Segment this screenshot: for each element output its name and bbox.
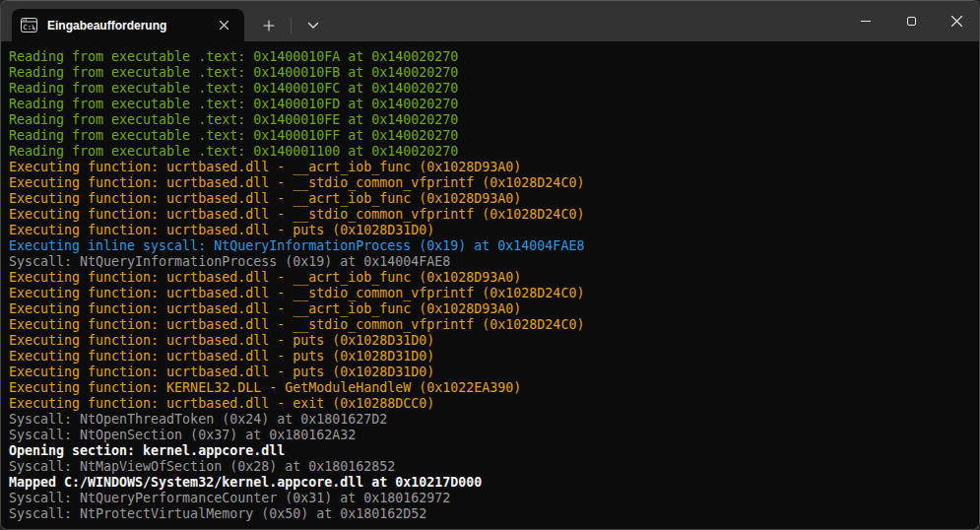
tab-eingabeaufforderung[interactable]: C:\ Eingabeaufforderung <box>12 9 244 41</box>
console-line: Executing function: ucrtbased.dll - __st… <box>9 175 979 191</box>
new-tab-button[interactable] <box>254 9 284 41</box>
tab-dropdown-button[interactable] <box>298 9 328 41</box>
console-output: Reading from executable .text: 0x1400010… <box>9 49 979 522</box>
console-line: Reading from executable .text: 0x1400010… <box>9 112 979 128</box>
tab-close-button[interactable] <box>213 15 234 36</box>
console-line: Executing function: ucrtbased.dll - __ac… <box>9 191 979 207</box>
plus-icon <box>263 20 275 32</box>
console-line: Mapped C:/WINDOWS/System32/kernel.appcor… <box>9 475 979 491</box>
console-line: Opening section: kernel.appcore.dll <box>9 443 979 459</box>
console-line: Syscall: NtQueryPerformanceCounter (0x31… <box>9 491 979 506</box>
console-line: Reading from executable .text: 0x1400010… <box>9 81 979 97</box>
console-line: Executing function: ucrtbased.dll - __ac… <box>9 160 979 175</box>
console-line: Executing function: ucrtbased.dll - exit… <box>9 396 979 412</box>
console-line: Executing function: ucrtbased.dll - __ac… <box>9 270 979 286</box>
console-line: Syscall: NtQueryInformationProcess (0x19… <box>9 254 979 270</box>
title-bar[interactable]: C:\ Eingabeaufforderung <box>1 1 979 41</box>
console-line: Reading from executable .text: 0x1400010… <box>9 97 979 112</box>
close-icon <box>219 20 229 31</box>
console-line: Executing function: ucrtbased.dll - __st… <box>9 317 979 333</box>
console-line: Syscall: NtMapViewOfSection (0x28) at 0x… <box>9 459 979 475</box>
maximize-button[interactable] <box>888 1 934 41</box>
console-line: Syscall: NtProtectVirtualMemory (0x50) a… <box>9 506 979 522</box>
console-line: Syscall: NtOpenSection (0x37) at 0x18016… <box>9 428 979 443</box>
maximize-icon <box>907 17 916 26</box>
console-line: Syscall: NtOpenThreadToken (0x24) at 0x1… <box>9 412 979 428</box>
minimize-icon <box>861 21 871 22</box>
console-line: Executing function: KERNEL32.DLL - GetMo… <box>9 380 979 396</box>
close-icon <box>950 15 963 28</box>
cmd-icon: C:\ <box>21 18 37 33</box>
console-line: Executing function: ucrtbased.dll - puts… <box>9 223 979 238</box>
console-viewport[interactable]: Reading from executable .text: 0x1400010… <box>1 41 979 529</box>
terminal-window: C:\ Eingabeaufforderung <box>0 0 980 530</box>
console-line: Reading from executable .text: 0x1400010… <box>9 65 979 81</box>
console-line: Reading from executable .text: 0x1400011… <box>9 144 979 160</box>
tab-title: Eingabeaufforderung <box>47 19 213 33</box>
minimize-button[interactable] <box>843 1 888 41</box>
chevron-down-icon <box>307 22 319 30</box>
console-line: Executing function: ucrtbased.dll - puts… <box>9 364 979 380</box>
console-line: Reading from executable .text: 0x1400010… <box>9 49 979 65</box>
tab-bar-divider <box>291 17 292 33</box>
console-line: Executing inline syscall: NtQueryInforma… <box>9 238 979 254</box>
svg-text:C:\: C:\ <box>24 24 36 32</box>
close-button[interactable] <box>934 1 979 41</box>
console-line: Reading from executable .text: 0x1400010… <box>9 128 979 144</box>
console-line: Executing function: ucrtbased.dll - __ac… <box>9 301 979 317</box>
console-line: Executing function: ucrtbased.dll - __st… <box>9 286 979 301</box>
console-line: Executing function: ucrtbased.dll - puts… <box>9 349 979 364</box>
console-line: Executing function: ucrtbased.dll - __st… <box>9 207 979 223</box>
console-line: Executing function: ucrtbased.dll - puts… <box>9 333 979 349</box>
